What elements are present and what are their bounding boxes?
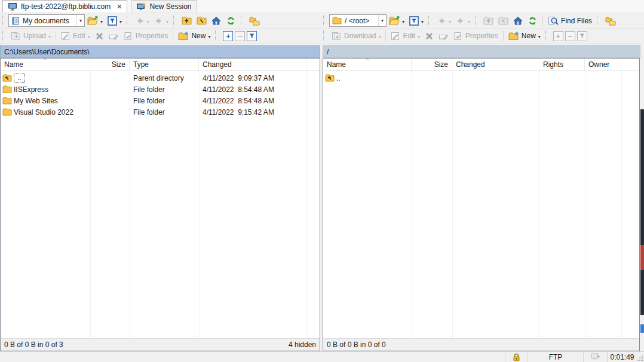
queue-toggle-button[interactable] (603, 14, 618, 27)
remote-new-button[interactable]: New (506, 29, 543, 42)
remote-apply-filter-button[interactable] (577, 31, 587, 41)
chevron-down-icon[interactable] (76, 15, 82, 26)
chevron-down-icon[interactable] (48, 32, 51, 40)
remote-edit-button[interactable]: Edit (388, 29, 422, 42)
toolbar-gripper[interactable] (597, 16, 601, 26)
chevron-down-icon[interactable] (166, 17, 168, 25)
remote-open-directory-button[interactable] (387, 14, 407, 27)
table-row[interactable]: My Web Sites File folder 4/11/2022 8:54:… (1, 95, 320, 106)
remote-forward-button[interactable] (453, 14, 473, 27)
toolbar-gripper[interactable] (215, 30, 219, 41)
remote-rename-button[interactable] (436, 29, 451, 42)
background-window-sliver (640, 109, 644, 315)
column-header-name[interactable]: Name ^ (323, 59, 412, 70)
apply-filter-button[interactable] (247, 31, 257, 41)
protocol-indicator[interactable]: FTP (528, 352, 583, 362)
column-header-changed[interactable]: Changed (199, 59, 306, 70)
remote-properties-button[interactable]: Properties (451, 29, 501, 42)
encryption-status[interactable] (505, 352, 528, 362)
remote-home-button[interactable] (511, 14, 525, 27)
toolbar-separator (173, 30, 173, 41)
chevron-down-icon[interactable] (418, 32, 420, 40)
toolbar-gripper[interactable] (127, 16, 131, 26)
remote-delete-button[interactable] (422, 29, 436, 42)
local-refresh-button[interactable] (223, 14, 238, 27)
remote-file-list[interactable]: .. (323, 71, 639, 338)
local-parent-directory-button[interactable] (179, 14, 194, 27)
chevron-down-icon[interactable] (208, 32, 210, 40)
remote-root-directory-button[interactable] (496, 14, 511, 27)
chevron-down-icon[interactable] (421, 17, 424, 25)
tab-new-session[interactable]: New Session (131, 0, 197, 13)
table-row-parent[interactable]: .. (323, 72, 639, 84)
upload-button[interactable]: Upload (8, 29, 53, 42)
table-row[interactable]: Visual Studio 2022 File folder 4/11/2022… (1, 106, 320, 118)
local-home-button[interactable] (209, 14, 223, 27)
column-header-rights[interactable]: Rights (539, 59, 585, 70)
chevron-down-icon[interactable] (449, 17, 451, 25)
remote-remove-filter-button[interactable]: − (565, 31, 575, 41)
remote-directory-combo[interactable]: / <root> (329, 14, 387, 27)
chevron-down-icon[interactable] (88, 32, 90, 40)
toolbar-gripper[interactable] (2, 30, 7, 41)
table-row-parent[interactable]: .. Parent directory 4/11/2022 9:09:37 AM (1, 72, 320, 84)
column-header-name[interactable]: Name ^ (1, 59, 90, 70)
rename-button[interactable] (106, 29, 121, 42)
chevron-down-icon[interactable] (119, 17, 122, 25)
local-open-directory-button[interactable] (85, 14, 105, 27)
toolbar-gripper[interactable] (241, 16, 245, 26)
toolbar-gripper[interactable] (173, 16, 177, 26)
add-filter-button[interactable]: + (223, 31, 233, 41)
remote-filter-button[interactable] (407, 14, 426, 27)
find-files-button[interactable]: Find Files (545, 14, 594, 27)
file-size (90, 106, 130, 118)
chevron-down-icon[interactable] (402, 17, 404, 25)
chevron-down-icon[interactable] (538, 32, 541, 40)
chevron-down-icon[interactable] (147, 17, 149, 25)
local-forward-button[interactable] (152, 14, 171, 27)
local-root-directory-button[interactable] (194, 14, 209, 27)
remove-filter-button[interactable]: − (235, 31, 245, 41)
column-header-name-label: Name (4, 60, 23, 69)
column-header-size[interactable]: Size (90, 59, 130, 70)
chevron-down-icon[interactable] (468, 17, 470, 25)
close-tab-icon[interactable]: ✕ (116, 3, 122, 11)
toolbar-gripper[interactable] (2, 16, 7, 26)
properties-button[interactable]: Properties (121, 29, 171, 42)
toolbar-gripper[interactable] (545, 30, 550, 41)
remote-add-filter-button[interactable]: + (553, 31, 563, 41)
remote-back-button[interactable] (434, 14, 453, 27)
toolbar-gripper[interactable] (475, 16, 479, 26)
resize-grip[interactable] (637, 352, 644, 362)
column-header-type[interactable]: Type (130, 59, 199, 70)
column-header-changed[interactable]: Changed (452, 59, 539, 70)
toolbar-gripper[interactable] (323, 16, 327, 26)
server-status[interactable] (583, 352, 607, 362)
chevron-down-icon[interactable] (378, 32, 381, 40)
remote-path-bar[interactable]: / (323, 45, 640, 58)
local-filter-button[interactable] (105, 14, 124, 27)
toolbar-gripper[interactable] (323, 30, 327, 41)
chevron-down-icon[interactable] (100, 17, 103, 25)
synchronize-browsing-button[interactable] (247, 14, 262, 27)
table-row[interactable]: IISExpress File folder 4/11/2022 8:54:48… (1, 84, 320, 95)
session-duration[interactable]: 0:01:49 (607, 352, 637, 362)
chevron-down-icon[interactable] (378, 15, 384, 26)
local-back-button[interactable] (133, 14, 152, 27)
local-file-list[interactable]: .. Parent directory 4/11/2022 9:09:37 AM… (1, 71, 320, 338)
delete-button[interactable] (93, 29, 106, 42)
new-button[interactable]: New (176, 29, 213, 42)
column-header-owner[interactable]: Owner (585, 59, 621, 70)
edit-button[interactable]: Edit (59, 29, 93, 42)
remote-refresh-button[interactable] (525, 14, 540, 27)
tab-session[interactable]: ftp-test-2022@ftp.bibliu.com ✕ (2, 0, 127, 13)
grid-line (452, 71, 453, 338)
file-changed: 4/11/2022 9:15:42 AM (199, 106, 306, 118)
hidden-files-count[interactable]: 4 hidden (289, 340, 316, 349)
local-directory-combo[interactable]: My documents (8, 14, 85, 27)
remote-parent-directory-button[interactable] (481, 14, 496, 27)
local-path-bar[interactable]: C:\Users\User\Documents\ (0, 45, 320, 58)
column-header-size[interactable]: Size (412, 59, 452, 70)
toolbar-gripper[interactable] (428, 16, 433, 26)
download-button[interactable]: Download (329, 29, 383, 42)
